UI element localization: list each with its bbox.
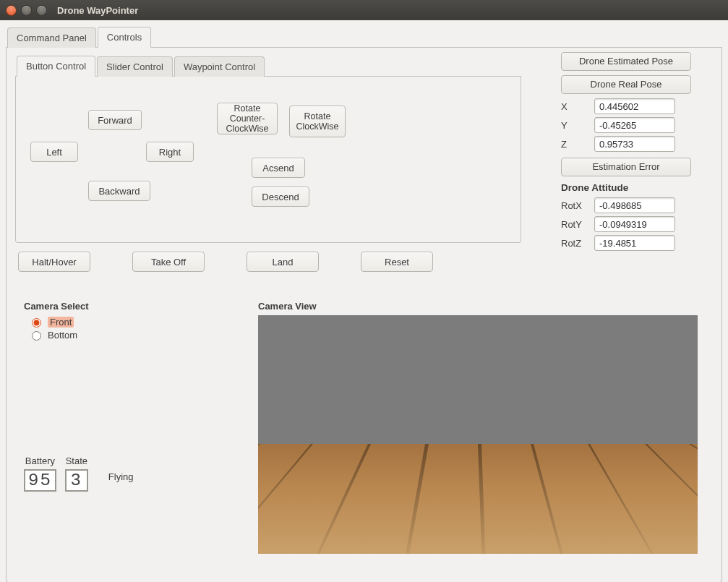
rotate-cw-button[interactable]: Rotate ClockWise xyxy=(289,106,346,137)
halt-hover-button[interactable]: Halt/Hover xyxy=(18,252,90,272)
tab-slider-control[interactable]: Slider Control xyxy=(97,56,173,77)
camera-bottom-radio[interactable] xyxy=(32,331,41,341)
window-title: Drone WayPointer xyxy=(57,5,138,16)
maximize-icon[interactable] xyxy=(36,5,47,16)
window-titlebar: Drone WayPointer xyxy=(0,0,728,20)
button-control-pane: Forward Left Right Backward Rotate Count… xyxy=(15,77,521,243)
controls-pane: Button Control Slider Control Waypoint C… xyxy=(6,48,722,582)
camera-select-title: Camera Select xyxy=(24,301,89,312)
rotz-label: RotZ xyxy=(561,238,588,249)
camera-bottom-label: Bottom xyxy=(48,330,77,341)
minimize-icon[interactable] xyxy=(21,5,32,16)
tab-button-control[interactable]: Button Control xyxy=(17,56,95,77)
pose-z-label: Z xyxy=(561,139,588,150)
close-icon[interactable] xyxy=(6,5,17,16)
descend-button[interactable]: Descend xyxy=(252,187,309,207)
pose-panel: Drone Estimated Pose Drone Real Pose X Y… xyxy=(561,52,713,254)
camera-select-group: Camera Select Front Bottom xyxy=(24,301,89,342)
roty-input[interactable] xyxy=(594,216,675,232)
camera-front-label: Front xyxy=(48,317,74,328)
control-mode-tabbar: Button Control Slider Control Waypoint C… xyxy=(15,55,521,77)
drone-real-pose-button[interactable]: Drone Real Pose xyxy=(561,75,691,94)
camera-view xyxy=(258,315,698,554)
rotx-input[interactable] xyxy=(594,197,675,213)
roty-label: RotY xyxy=(561,219,588,230)
battery-display: 95 xyxy=(24,469,56,492)
pose-x-input[interactable] xyxy=(594,98,675,114)
command-row: Halt/Hover Take Off Land Reset xyxy=(18,252,713,272)
tab-command-panel[interactable]: Command Panel xyxy=(7,27,96,48)
pose-y-label: Y xyxy=(561,120,588,131)
drone-attitude-header: Drone Attitude xyxy=(561,182,713,193)
window-buttons xyxy=(6,5,47,16)
forward-button[interactable]: Forward xyxy=(88,110,142,130)
land-button[interactable]: Land xyxy=(247,252,319,272)
state-text: Flying xyxy=(108,471,134,482)
right-button[interactable]: Right xyxy=(146,142,194,162)
tab-controls[interactable]: Controls xyxy=(98,27,151,48)
rotz-input[interactable] xyxy=(594,235,675,251)
pose-z-input[interactable] xyxy=(594,136,675,152)
battery-label: Battery xyxy=(25,455,55,466)
pose-x-label: X xyxy=(561,101,588,112)
rotx-label: RotX xyxy=(561,200,588,211)
camera-view-label: Camera View xyxy=(258,301,317,312)
pose-y-input[interactable] xyxy=(594,117,675,133)
estimation-error-button[interactable]: Estimation Error xyxy=(561,158,691,176)
state-display: 3 xyxy=(65,469,88,492)
status-block: Battery 95 State 3 Flying xyxy=(24,455,134,492)
main-tabbar: Command Panel Controls xyxy=(6,26,722,48)
camera-front-radio[interactable] xyxy=(32,318,41,328)
rotate-ccw-button[interactable]: Rotate Counter- ClockWise xyxy=(217,103,278,134)
reset-button[interactable]: Reset xyxy=(361,252,433,272)
camera-floor xyxy=(258,444,698,554)
left-button[interactable]: Left xyxy=(30,142,78,162)
take-off-button[interactable]: Take Off xyxy=(132,252,205,272)
backward-button[interactable]: Backward xyxy=(88,181,150,201)
tab-waypoint-control[interactable]: Waypoint Control xyxy=(174,56,265,77)
state-label: State xyxy=(66,455,87,466)
drone-estimated-pose-button[interactable]: Drone Estimated Pose xyxy=(561,52,691,71)
ascend-button[interactable]: Acsend xyxy=(252,158,305,178)
